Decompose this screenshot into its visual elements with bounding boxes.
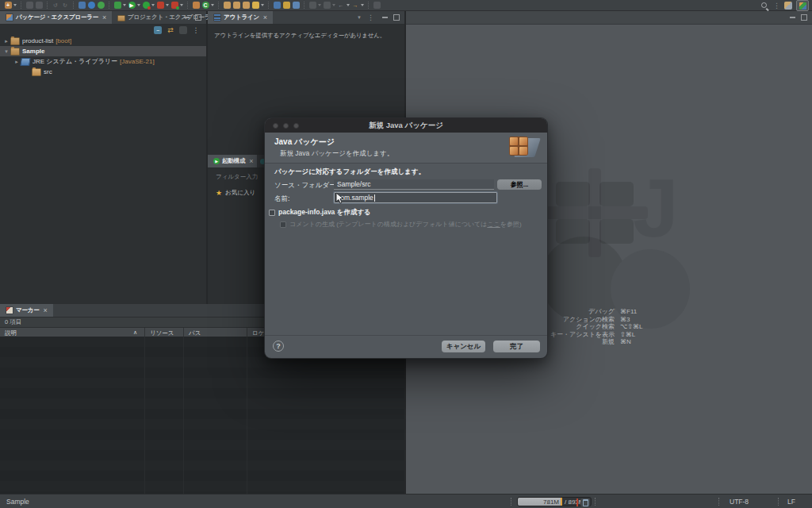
tab-launch-configurations[interactable]: ▶ 起動構成 × [208, 155, 259, 167]
minimize-icon[interactable] [790, 17, 795, 18]
forward-history-button[interactable]: → [350, 1, 365, 10]
toolbar-separator [187, 2, 188, 9]
toolbar-overflow-icon[interactable]: ⋮ [773, 2, 780, 10]
template-settings-link[interactable]: ここ [487, 221, 500, 228]
close-window-icon[interactable] [273, 123, 278, 129]
minimize-window-icon[interactable] [283, 123, 289, 129]
open-console-button[interactable] [77, 1, 86, 10]
undo-button[interactable]: ↺ [51, 1, 60, 10]
close-icon[interactable]: × [263, 13, 267, 21]
editor-tabbar [406, 11, 812, 25]
filter-icon[interactable]: ▼ [357, 15, 362, 20]
create-package-info-checkbox[interactable] [269, 210, 275, 216]
package-name-input[interactable]: com.sample [334, 192, 497, 203]
tab-project-explorer[interactable]: プロジェクト・エクスプローラー [112, 11, 222, 24]
run-icon: ▶ [213, 158, 220, 164]
close-icon[interactable]: × [249, 157, 253, 165]
generate-comments-label: コメントの生成 (テンプレートの構成およびデフォルト値についてはここを参照) [289, 220, 522, 229]
save-button[interactable] [25, 1, 34, 10]
browse-button[interactable]: 参照... [497, 179, 542, 190]
open-resource-button[interactable] [291, 1, 301, 10]
link-with-editor-button[interactable]: ⇄ [167, 26, 174, 34]
markers-table-body[interactable] [0, 337, 404, 494]
source-folder-field[interactable]: Sample/src [334, 179, 494, 190]
resume-button[interactable] [96, 1, 105, 10]
expand-arrow-icon[interactable]: ▸ [13, 59, 21, 65]
search-icon[interactable] [760, 2, 769, 10]
tree-item-icon [10, 48, 20, 56]
dropdown-caret-icon [347, 4, 350, 6]
maximize-icon[interactable] [393, 14, 400, 21]
dropdown-caret-icon [261, 4, 264, 6]
zoom-window-icon[interactable] [293, 123, 299, 129]
toolbar-separator [268, 2, 269, 9]
favorites-label: お気に入り [225, 189, 255, 197]
export-folder-button[interactable] [232, 1, 241, 10]
statusbar-divider [718, 498, 719, 506]
new-java-package-dialog: 新規 Java パッケージ Java パッケージ 新規 Java パッケージを作… [264, 117, 548, 359]
view-window-controls [184, 11, 201, 24]
save-all-button[interactable] [34, 1, 44, 10]
minimize-icon[interactable] [382, 17, 388, 18]
tab-markers[interactable]: マーカー × [0, 304, 53, 317]
heap-status-gauge[interactable]: 781M / 893M [517, 497, 592, 506]
run-garbage-collector-button[interactable] [580, 498, 590, 506]
import-folder-button[interactable] [222, 1, 232, 10]
expand-arrow-icon[interactable]: ▾ [2, 48, 10, 55]
encoding-indicator[interactable]: UTF-8 [730, 498, 749, 506]
flashlight-search-button[interactable] [282, 1, 291, 10]
toolbar-right-group: ⋮ [760, 0, 809, 11]
format-brush-button[interactable] [251, 1, 265, 10]
collapse-all-button[interactable]: − [154, 26, 162, 34]
open-perspective-button[interactable] [784, 2, 792, 10]
tree-item-jre-system-library[interactable]: ▸ JRE システム・ライブラリー [JavaSE-21] [0, 56, 206, 67]
tree-item-src[interactable]: src [0, 67, 206, 77]
run-coverage-button[interactable] [141, 1, 155, 10]
status-selection: Sample [6, 498, 29, 506]
tree-item-label: src [44, 68, 52, 75]
new-class-button[interactable]: C [201, 1, 215, 10]
dropdown-caret-icon [332, 4, 335, 6]
shortcut-keys: ⌘3 [620, 316, 657, 324]
tree-item-label: product-list [22, 37, 53, 44]
external-tools-button[interactable] [170, 1, 184, 10]
open-folder-button[interactable] [241, 1, 251, 10]
run-button[interactable]: ▶ [127, 1, 141, 10]
new-wizard-button[interactable]: + [3, 1, 17, 10]
tab-package-explorer[interactable]: パッケージ・エクスプローラー × [0, 11, 112, 24]
tab-outline[interactable]: アウトライン × [208, 11, 273, 24]
line-delimiter-indicator[interactable]: LF [787, 498, 795, 506]
close-icon[interactable]: × [44, 306, 48, 314]
prev-annotation-button[interactable] [322, 1, 336, 10]
toolbar-separator [109, 2, 109, 9]
focus-on-active-task-button[interactable] [179, 26, 187, 34]
dropdown-caret-icon [123, 4, 126, 6]
java-perspective-button[interactable] [796, 0, 809, 11]
expand-arrow-icon[interactable]: ▸ [2, 38, 10, 44]
close-icon[interactable]: × [102, 13, 106, 21]
new-java-project-button[interactable] [191, 1, 201, 10]
dialog-subheading: 新規 Java パッケージを作成します。 [280, 149, 393, 159]
tab-label: マーカー [16, 306, 40, 314]
back-history-button[interactable]: ← [336, 1, 350, 10]
tree-item-product-list[interactable]: ▸ product-list [boot] [0, 36, 206, 46]
dialog-titlebar[interactable]: 新規 Java パッケージ [265, 118, 547, 133]
toolbar-separator [73, 2, 74, 9]
tree-item-sample[interactable]: ▾ Sample [0, 46, 206, 56]
java-search-button[interactable] [272, 1, 282, 10]
next-annotation-button[interactable] [308, 1, 322, 10]
redo-button[interactable]: ↻ [60, 1, 70, 10]
help-button[interactable]: ? [273, 341, 284, 352]
cancel-button[interactable]: キャンセル [442, 341, 485, 352]
debug-button[interactable] [113, 1, 127, 10]
last-edit-location-button[interactable] [372, 1, 381, 10]
toolbar-icon-glyph [274, 2, 281, 9]
profile-button[interactable] [155, 1, 170, 10]
maximize-icon[interactable] [801, 14, 807, 21]
view-menu-icon[interactable]: ⋮ [192, 26, 200, 34]
maximize-icon[interactable] [195, 14, 201, 21]
minimize-icon[interactable] [184, 17, 190, 18]
view-menu-icon[interactable]: ⋮ [367, 14, 374, 21]
skip-breakpoints-button[interactable] [86, 1, 96, 10]
finish-button[interactable]: 完了 [493, 341, 540, 352]
